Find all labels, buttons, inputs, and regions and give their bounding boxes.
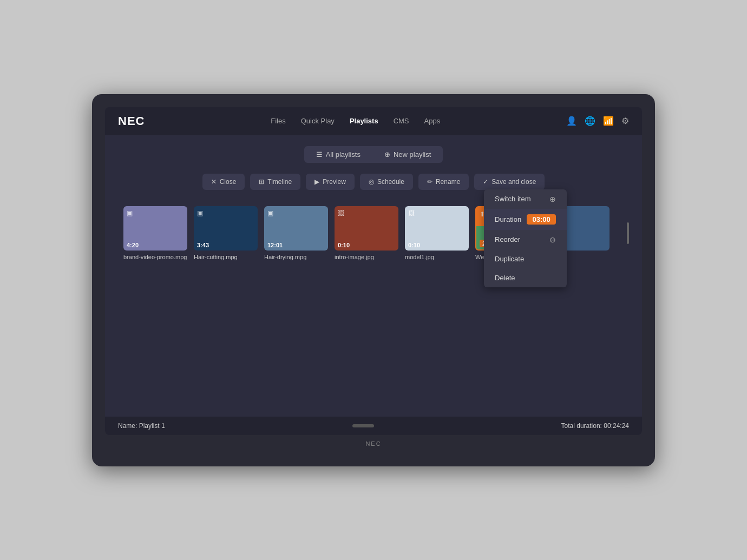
item-duration-2: 3:43 (197, 242, 209, 248)
rename-button[interactable]: ✏ Rename (418, 174, 469, 190)
playlist-item-3[interactable]: ▣ 12:01 Hair-drying.mpg (264, 206, 328, 260)
item-label-5: model1.jpg (405, 254, 469, 260)
timeline-icon: ⊞ (259, 178, 264, 186)
item-thumb-5: 🖼 0:10 (405, 206, 469, 251)
schedule-label: Schedule (377, 178, 404, 186)
playlist-item-2[interactable]: ▣ 3:43 Hair-cutting.mpg (194, 206, 258, 260)
play-icon: ▶ (314, 178, 319, 186)
list-icon: ☰ (316, 150, 323, 159)
new-playlist-tab[interactable]: ⊕ New playlist (372, 146, 443, 163)
preview-label: Preview (323, 178, 346, 186)
save-close-label: Save and close (492, 178, 536, 186)
save-close-button[interactable]: ✓ Save and close (474, 174, 545, 190)
ctx-duration[interactable]: Duration (484, 209, 567, 230)
ctx-duplicate-label: Duplicate (495, 255, 524, 263)
tv-display: NEC Files Quick Play Playlists CMS Apps … (92, 94, 655, 466)
all-playlists-label: All playlists (326, 150, 361, 159)
globe-icon[interactable]: 🌐 (585, 116, 595, 126)
ctx-minus-icon: ⊖ (549, 235, 556, 244)
ctx-duplicate[interactable]: Duplicate (484, 249, 567, 268)
item-thumb-1: ▣ 4:20 (123, 206, 187, 251)
scroll-indicator (627, 222, 629, 244)
item-label-4: intro-image.jpg (335, 254, 398, 260)
item-duration-3: 12:01 (267, 242, 283, 248)
item-label-2: Hair-cutting.mpg (194, 254, 258, 260)
nav-quickplay[interactable]: Quick Play (301, 117, 335, 125)
all-playlists-tab[interactable]: ☰ All playlists (304, 146, 372, 163)
ctx-reorder-label: Reorder (495, 235, 520, 243)
video-icon-3: ▣ (267, 209, 273, 217)
ctx-duration-label: Duration (495, 215, 521, 223)
settings-icon[interactable]: ⚙ (621, 116, 629, 126)
item-thumb-3: ▣ 12:01 (264, 206, 328, 251)
ctx-plus-icon: ⊕ (549, 195, 556, 203)
timeline-label: Timeline (267, 178, 292, 186)
image-icon-5: 🖼 (408, 209, 415, 217)
nav-apps[interactable]: Apps (424, 117, 441, 125)
status-handle (352, 424, 374, 427)
nav-cms[interactable]: CMS (394, 117, 409, 125)
playlist-item-1[interactable]: ▣ 4:20 brand-video-promo.mpg (123, 206, 187, 260)
duration-input-wrap (527, 214, 556, 225)
toolbar: ✕ Close ⊞ Timeline ▶ Preview ◎ Schedule … (118, 174, 629, 190)
nav-icons: 👤 🌐 📶 ⚙ (566, 116, 629, 126)
rename-icon: ✏ (427, 178, 433, 186)
playlist-tabs: ☰ All playlists ⊕ New playlist (118, 146, 629, 163)
preview-button[interactable]: ▶ Preview (306, 174, 355, 190)
ctx-delete-label: Delete (495, 274, 515, 282)
status-center (165, 424, 561, 427)
nav-links: Files Quick Play Playlists CMS Apps (271, 117, 440, 125)
playlist-name: Name: Playlist 1 (118, 422, 165, 430)
nav-playlists[interactable]: Playlists (350, 117, 378, 125)
playlist-item-5[interactable]: 🖼 0:10 model1.jpg (405, 206, 469, 260)
content-area: ☰ All playlists ⊕ New playlist ✕ Close ⊞… (105, 135, 642, 417)
save-icon: ✓ (483, 178, 488, 186)
tv-brand-label: NEC (105, 440, 642, 447)
tv-screen: NEC Files Quick Play Playlists CMS Apps … (105, 107, 642, 435)
ctx-switch-label: Switch item (495, 195, 530, 203)
user-icon[interactable]: 👤 (566, 116, 577, 126)
item-label-3: Hair-drying.mpg (264, 254, 328, 260)
timeline-button[interactable]: ⊞ Timeline (250, 174, 300, 190)
video-icon-1: ▣ (127, 209, 133, 217)
schedule-button[interactable]: ◎ Schedule (360, 174, 413, 190)
video-icon-2: ▣ (197, 209, 203, 217)
nav-bar: NEC Files Quick Play Playlists CMS Apps … (105, 107, 642, 135)
item-thumb-4: 🖼 0:10 (335, 206, 398, 251)
playlist-item-4[interactable]: 🖼 0:10 intro-image.jpg (335, 206, 398, 260)
status-bar: Name: Playlist 1 Total duration: 00:24:2… (105, 417, 642, 435)
nav-files[interactable]: Files (271, 117, 285, 125)
image-icon-4: 🖼 (338, 209, 344, 217)
item-duration-5: 0:10 (408, 242, 420, 248)
item-thumb-2: ▣ 3:43 (194, 206, 258, 251)
schedule-icon: ◎ (369, 178, 374, 186)
item-duration-1: 4:20 (127, 242, 139, 248)
brand-logo: NEC (118, 114, 145, 128)
context-menu: Switch item ⊕ Duration Reorder ⊖ Duplica… (484, 189, 567, 287)
item-duration-4: 0:10 (338, 242, 350, 248)
ctx-reorder[interactable]: Reorder ⊖ (484, 230, 567, 249)
close-icon: ✕ (211, 178, 217, 186)
close-button[interactable]: ✕ Close (202, 174, 245, 190)
duration-input[interactable] (527, 214, 556, 225)
wifi-icon[interactable]: 📶 (603, 116, 614, 126)
close-label: Close (220, 178, 237, 186)
total-duration: Total duration: 00:24:24 (561, 422, 629, 430)
new-playlist-label: New playlist (394, 150, 431, 159)
rename-label: Rename (436, 178, 460, 186)
ctx-switch-item[interactable]: Switch item ⊕ (484, 189, 567, 209)
item-label-1: brand-video-promo.mpg (123, 254, 187, 260)
add-icon: ⊕ (384, 150, 390, 159)
ctx-delete[interactable]: Delete (484, 268, 567, 287)
